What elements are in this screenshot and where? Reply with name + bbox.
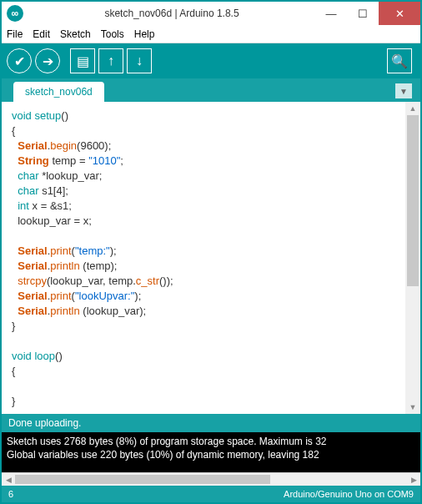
check-icon: ✔ [14,53,25,69]
scroll-right-icon[interactable]: ▶ [407,476,420,484]
titlebar: ∞ sketch_nov06d | Arduino 1.8.5 — ☐ ✕ [2,2,420,25]
file-icon: ▤ [77,53,89,69]
console-output[interactable]: Sketch uses 2768 bytes (8%) of program s… [2,432,420,472]
status-text: Done uploading. [8,417,81,429]
menu-file[interactable]: File [7,28,23,40]
tabbar: sketch_nov06d ▼ [2,78,420,102]
tab-menu-button[interactable]: ▼ [395,83,412,98]
chevron-down-icon: ▼ [399,87,408,96]
code-editor[interactable]: void setup() { Serial.begin(9600); Strin… [2,102,405,414]
arduino-app-icon: ∞ [7,5,23,22]
menu-tools[interactable]: Tools [101,28,124,40]
arrow-up-icon: ↑ [108,53,114,68]
serial-monitor-button[interactable]: 🔍 [387,48,412,73]
new-button[interactable]: ▤ [70,48,95,73]
window-title: sketch_nov06d | Arduino 1.8.5 [28,8,315,19]
close-button[interactable]: ✕ [379,2,420,25]
arrow-down-icon: ↓ [136,53,143,68]
scroll-up-icon[interactable]: ▲ [405,102,420,115]
save-button[interactable]: ↓ [127,48,152,73]
tab-sketch[interactable]: sketch_nov06d [13,82,104,102]
menu-sketch[interactable]: Sketch [60,28,91,40]
toolbar: ✔ ➔ ▤ ↑ ↓ 🔍 [2,43,420,78]
upload-button[interactable]: ➔ [35,48,60,73]
scroll-thumb[interactable] [407,115,419,286]
status-bar: Done uploading. [2,414,420,432]
menu-edit[interactable]: Edit [33,28,50,40]
menu-help[interactable]: Help [134,28,155,40]
verify-button[interactable]: ✔ [7,48,32,73]
line-number: 6 [8,489,42,499]
hscroll-thumb[interactable] [15,475,270,484]
scroll-down-icon[interactable]: ▼ [405,401,420,414]
app-window: ∞ sketch_nov06d | Arduino 1.8.5 — ☐ ✕ Fi… [0,0,422,504]
maximize-button[interactable]: ☐ [347,2,379,25]
minimize-button[interactable]: — [315,2,347,25]
window-controls: — ☐ ✕ [315,2,420,25]
editor-pane: void setup() { Serial.begin(9600); Strin… [2,102,420,414]
arrow-right-icon: ➔ [43,53,53,69]
serial-monitor-icon: 🔍 [391,53,408,69]
board-info: Arduino/Genuino Uno on COM9 [42,489,414,499]
footer: 6 Arduino/Genuino Uno on COM9 [2,486,420,502]
open-button[interactable]: ↑ [98,48,123,73]
horizontal-scrollbar[interactable]: ◀ ▶ [2,472,420,486]
vertical-scrollbar[interactable]: ▲ ▼ [405,102,420,414]
menubar: File Edit Sketch Tools Help [2,25,420,43]
scroll-left-icon[interactable]: ◀ [2,476,15,484]
